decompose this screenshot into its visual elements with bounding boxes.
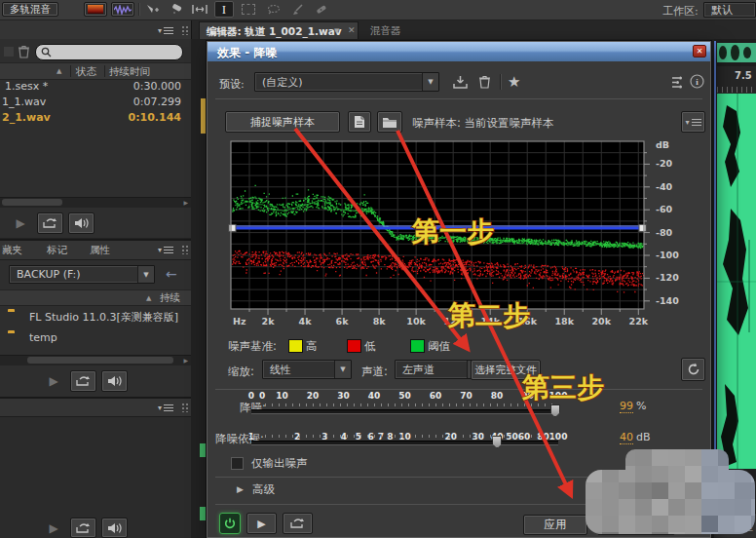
browser-autoplay-button[interactable] (101, 370, 128, 392)
file-row-selected[interactable]: 2_1.wav 0:10.144 (0, 111, 191, 126)
folder-row[interactable]: temp (0, 329, 191, 348)
bottom-panel-menu-button[interactable]: ▾ (158, 404, 173, 412)
spectral-view-button[interactable] (84, 2, 107, 17)
slip-tool-button[interactable] (191, 2, 208, 17)
browser-loop-button[interactable] (70, 370, 96, 392)
browser-play-button[interactable]: ▶ (43, 371, 64, 391)
reduce-by-slider-handle[interactable] (492, 436, 502, 448)
play-icon: ▶ (49, 521, 57, 535)
move-tool-button[interactable] (144, 2, 162, 17)
tab-editor-close-icon[interactable]: ✕ (348, 25, 356, 35)
browser-hscrollbar[interactable]: ▶ (0, 355, 191, 365)
marquee-tool-button[interactable] (240, 2, 257, 17)
noise-reduction-slider-handle[interactable] (550, 404, 560, 417)
legend-high-label: 高 (306, 339, 318, 354)
effect-power-button[interactable] (219, 513, 241, 534)
bottom-play-button[interactable]: ▶ (43, 519, 64, 538)
browser-panel-menu-button[interactable]: ▾ (158, 246, 173, 254)
files-play-button[interactable]: ▶ (10, 213, 31, 233)
preview-loop-button[interactable] (283, 513, 313, 534)
files-loop-button[interactable] (37, 212, 63, 234)
spot-healing-tool-button[interactable] (312, 2, 329, 17)
file-row[interactable]: 1_1.wav 0:07.299 (0, 96, 191, 110)
waveform-overview-strip[interactable] (717, 43, 756, 62)
bottom-loop-button[interactable] (70, 518, 96, 538)
tab-markers[interactable]: 标记 (47, 244, 67, 257)
multitrack-view-button[interactable]: 多轨混音 (2, 2, 58, 17)
x-axis-tick-label: 22k (629, 316, 649, 327)
noise-reduction-value[interactable]: 99 (620, 400, 633, 413)
reset-icon (687, 363, 700, 376)
lasso-tool-button[interactable] (265, 2, 283, 17)
reduce-by-slider[interactable] (251, 441, 558, 445)
workspace-dropdown[interactable]: 默认 (703, 2, 756, 18)
waveform-view-button[interactable] (111, 2, 134, 17)
panel-grip[interactable] (181, 245, 189, 254)
panel-grip[interactable] (181, 403, 189, 412)
noise-floor-plot[interactable]: Hz2k4k6k8k10k12k14k16k18k20k22kdB-20-40-… (227, 139, 695, 330)
output-noise-only-checkbox[interactable] (231, 457, 244, 470)
select-entire-file-button[interactable]: 选择完整文件 (471, 360, 541, 380)
waveform-display[interactable] (717, 94, 756, 469)
trash-icon[interactable] (18, 45, 30, 58)
tab-editor-dropdown-icon[interactable]: ▼ (334, 27, 339, 35)
loop-export-icon (290, 518, 305, 529)
delete-preset-button[interactable] (474, 72, 494, 92)
overview-blob (719, 46, 727, 59)
capture-noise-sample-button[interactable]: 捕捉噪声样本 (225, 111, 340, 133)
reduce-by-value[interactable]: 40 (620, 431, 633, 444)
preview-routing-button[interactable] (667, 74, 685, 90)
files-search-input[interactable] (35, 44, 183, 60)
slider-tick-label: 30 (337, 391, 350, 401)
tab-mixer[interactable]: 混音器 (362, 21, 417, 39)
scroll-right-arrow[interactable]: ▶ (183, 199, 188, 206)
drive-dropdown[interactable]: BACKUP (F:) ▼ (9, 265, 155, 284)
favorite-star-icon[interactable]: ★ (508, 73, 520, 91)
slider-tick-label: 10 (276, 391, 288, 401)
save-noise-print-button[interactable] (348, 111, 371, 133)
load-noise-print-button[interactable] (377, 111, 402, 133)
column-duration[interactable]: 持续 (160, 291, 180, 305)
scrollbar-thumb[interactable] (27, 357, 173, 364)
time-selection-tool-button[interactable]: I (214, 1, 234, 18)
dialog-titlebar[interactable]: 效果 - 降噪 ✕ (208, 42, 710, 61)
dropdown-arrow-icon: ▼ (334, 361, 351, 378)
tab-favorites[interactable]: 藏夹 (2, 244, 22, 257)
browser-column-header[interactable]: ▲ 持续 (0, 289, 191, 306)
tab-properties[interactable]: 属性 (90, 244, 110, 257)
dropdown-arrow-icon: ▼ (137, 266, 154, 283)
advanced-label[interactable]: 高级 (252, 482, 275, 497)
file-row[interactable]: 1.sesx * 0:30.000 (0, 80, 191, 95)
panel-grip[interactable] (181, 25, 189, 35)
files-hscrollbar[interactable]: ▶ (0, 197, 191, 208)
tab-editor[interactable]: 编辑器: 轨道 1_002_1.wav ▼ ✕ (199, 21, 359, 39)
scrollbar-thumb[interactable] (2, 199, 62, 206)
timeline-ruler[interactable]: 7.5 (717, 66, 756, 94)
bottom-autoplay-button[interactable] (101, 518, 128, 538)
apply-button[interactable]: 应用 (523, 515, 587, 535)
scale-dropdown[interactable]: 线性 ▼ (262, 360, 352, 379)
folder-row[interactable]: FL Studio 11.0.3[亲测兼容版] (0, 308, 191, 327)
preset-dropdown[interactable]: (自定义) ▼ (254, 72, 439, 92)
file-duration: 0:30.000 (133, 80, 181, 93)
files-autoplay-button[interactable] (68, 212, 94, 234)
browser-back-button[interactable]: ← (166, 266, 177, 282)
files-column-header[interactable]: ▲ 状态 持续时间 (0, 62, 191, 80)
noise-reduction-slider[interactable] (251, 409, 558, 414)
preview-play-button[interactable]: ▶ (246, 513, 277, 534)
save-preset-button[interactable] (449, 72, 471, 92)
reset-button[interactable] (681, 358, 705, 381)
info-button[interactable]: i (689, 73, 705, 90)
dialog-title: 效果 - 降噪 (217, 45, 277, 61)
paintbrush-tool-button[interactable] (288, 2, 306, 17)
advanced-expand-icon[interactable]: ▶ (237, 484, 244, 494)
y-axis-tick-label: -140 (656, 295, 679, 306)
dialog-close-button[interactable]: ✕ (693, 45, 706, 58)
column-status[interactable]: 状态 (76, 65, 96, 79)
razor-tool-button[interactable] (168, 2, 185, 17)
files-panel-menu-button[interactable]: ▾ (158, 26, 173, 35)
dialog-separator (215, 98, 702, 99)
scroll-right-arrow[interactable]: ▶ (183, 357, 188, 364)
column-duration[interactable]: 持续时间 (109, 65, 150, 79)
noise-sample-menu-button[interactable]: ▾ (681, 111, 705, 133)
